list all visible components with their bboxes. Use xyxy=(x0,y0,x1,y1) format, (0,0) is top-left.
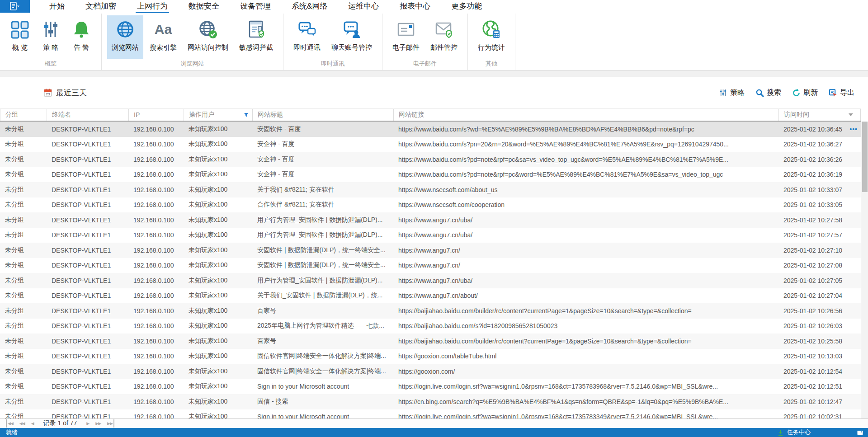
app-menu-button[interactable] xyxy=(0,0,30,13)
cell-user: 未知玩家x100 xyxy=(184,337,252,345)
cell-title: 合作伙伴 &#8211; 安在软件 xyxy=(252,201,393,209)
table-row[interactable]: 未分组 DESKTOP-VLKTLE1 192.168.0.100 未知玩家x1… xyxy=(0,152,861,167)
scrollbar-thumb[interactable] xyxy=(862,122,868,192)
table-row[interactable]: 未分组 DESKTOP-VLKTLE1 192.168.0.100 未知玩家x1… xyxy=(0,334,861,349)
menu-tab[interactable]: 数据安全 xyxy=(178,0,230,14)
menu-tab[interactable]: 设备管理 xyxy=(230,0,281,14)
pager-prev-button[interactable]: ◀ xyxy=(28,419,37,428)
table-row[interactable]: 未分组 DESKTOP-VLKTLE1 192.168.0.100 未知玩家x1… xyxy=(0,319,861,334)
ribbon-tool[interactable]: 策 略 xyxy=(36,15,65,59)
table-row[interactable]: 未分组 DESKTOP-VLKTLE1 192.168.0.100 未知玩家x1… xyxy=(0,182,861,197)
menu-tab[interactable]: 上网行为 xyxy=(127,0,178,14)
cell-terminal: DESKTOP-VLKTLE1 xyxy=(47,322,128,329)
ribbon-group-label: 电子邮件 xyxy=(382,59,467,70)
table-row[interactable]: 未分组 DESKTOP-VLKTLE1 192.168.0.100 未知玩家x1… xyxy=(0,258,861,273)
table-row[interactable]: 未分组 DESKTOP-VLKTLE1 192.168.0.100 未知玩家x1… xyxy=(0,288,861,304)
ribbon-tool[interactable]: 行为统计 xyxy=(473,15,509,59)
cell-ip: 192.168.0.100 xyxy=(128,413,184,418)
ribbon-tool[interactable]: 邮件管控 xyxy=(426,15,462,59)
ribbon-tool[interactable]: 即时通讯 xyxy=(289,15,325,59)
tool-label: 浏览网站 xyxy=(112,43,139,52)
table-row[interactable]: 未分组 DESKTOP-VLKTLE1 192.168.0.100 未知玩家x1… xyxy=(0,273,861,288)
table-row[interactable]: 未分组 DESKTOP-VLKTLE1 192.168.0.100 未知玩家x1… xyxy=(0,364,861,379)
time-value: 2025-01-02 10:33:07 xyxy=(783,186,842,193)
time-value: 2025-01-02 10:27:10 xyxy=(783,247,842,254)
menu-tab[interactable]: 报表中心 xyxy=(389,0,441,14)
ribbon-tool[interactable]: 搜索引擎 xyxy=(145,15,181,59)
ribbon-tool[interactable]: 敏感词拦截 xyxy=(235,15,278,59)
cell-title: 固信软件官网|终端安全一体化解决方案|终端... xyxy=(252,367,393,376)
table-row[interactable]: 未分组 DESKTOP-VLKTLE1 192.168.0.100 未知玩家x1… xyxy=(0,212,861,228)
table-row[interactable]: 未分组 DESKTOP-VLKTLE1 192.168.0.100 未知玩家x1… xyxy=(0,243,861,258)
date-range-filter[interactable]: 最近三天 xyxy=(43,88,87,98)
cell-terminal: DESKTOP-VLKTLE1 xyxy=(47,368,128,375)
cell-user: 未知玩家x100 xyxy=(184,170,252,179)
table-row[interactable]: 未分组 DESKTOP-VLKTLE1 192.168.0.100 未知玩家x1… xyxy=(0,122,861,137)
ribbon-tool[interactable]: 聊天账号管控 xyxy=(327,15,377,59)
menu-tab[interactable]: 开始 xyxy=(39,0,75,14)
cell-time: 2025-01-02 10:25:58 xyxy=(778,338,861,345)
task-window-icon[interactable] xyxy=(857,429,863,436)
cell-group: 未分组 xyxy=(0,352,47,360)
cell-user: 未知玩家x100 xyxy=(184,413,252,418)
column-header[interactable]: 分组 xyxy=(0,109,47,121)
column-header-label: 操作用户 xyxy=(189,111,214,119)
cell-ip: 192.168.0.100 xyxy=(128,262,184,269)
ribbon-tool[interactable]: 网站访问控制 xyxy=(183,15,233,59)
time-value: 2025-01-02 10:12:54 xyxy=(783,368,842,375)
table-row[interactable]: 未分组 DESKTOP-VLKTLE1 192.168.0.100 未知玩家x1… xyxy=(0,137,861,152)
tool-icon xyxy=(434,19,454,39)
column-header[interactable]: 操作用户 xyxy=(184,109,252,121)
cell-group: 未分组 xyxy=(0,322,47,330)
ribbon-tool[interactable]: 电子邮件 xyxy=(388,15,424,59)
table-row[interactable]: 未分组 DESKTOP-VLKTLE1 192.168.0.100 未知玩家x1… xyxy=(0,167,861,183)
table-row[interactable]: 未分组 DESKTOP-VLKTLE1 192.168.0.100 未知玩家x1… xyxy=(0,197,861,213)
table-row[interactable]: 未分组 DESKTOP-VLKTLE1 192.168.0.100 未知玩家x1… xyxy=(0,228,861,243)
cell-terminal: DESKTOP-VLKTLE1 xyxy=(47,231,128,239)
cell-ip: 192.168.0.100 xyxy=(128,338,184,345)
pager-last-button[interactable]: ▶▶ xyxy=(104,419,114,428)
cell-terminal: DESKTOP-VLKTLE1 xyxy=(47,171,128,178)
pager-first-button[interactable]: ◀◀ xyxy=(6,419,16,428)
toolbar-action-button[interactable]: 搜索 xyxy=(755,88,781,98)
table-row[interactable]: 未分组 DESKTOP-VLKTLE1 192.168.0.100 未知玩家x1… xyxy=(0,409,861,419)
table-row[interactable]: 未分组 DESKTOP-VLKTLE1 192.168.0.100 未知玩家x1… xyxy=(0,303,861,319)
cell-user: 未知玩家x100 xyxy=(184,231,252,239)
menu-tab[interactable]: 更多功能 xyxy=(441,0,492,14)
cell-time: 2025-01-02 10:36:26 xyxy=(778,156,861,163)
vertical-scrollbar[interactable] xyxy=(861,122,868,418)
menu-tab[interactable]: 运维中心 xyxy=(338,0,389,14)
task-center-button[interactable]: 任务中心 xyxy=(787,428,811,437)
ribbon-tool[interactable]: 概 览 xyxy=(5,15,34,59)
tool-icon xyxy=(71,19,91,39)
pager-next-button[interactable]: ▶ xyxy=(83,419,92,428)
ribbon-separator-band xyxy=(0,70,868,77)
pager-prev-page-button[interactable]: ◀◀ xyxy=(16,419,28,428)
toolbar-action-button[interactable]: 导出 xyxy=(829,88,854,98)
column-header[interactable]: 终端名 xyxy=(47,109,128,121)
column-header[interactable]: 网站标题 xyxy=(252,109,393,121)
toolbar-action-button[interactable]: 策略 xyxy=(719,88,745,98)
menu-tab[interactable]: 文档加密 xyxy=(75,0,127,14)
time-value: 2025-01-02 10:36:27 xyxy=(783,141,842,148)
menu-tab[interactable]: 系统&网络 xyxy=(281,0,338,14)
ribbon-tool[interactable]: 告 警 xyxy=(67,15,96,59)
toolbar-action-button[interactable]: 刷新 xyxy=(792,88,818,98)
table-row[interactable]: 未分组 DESKTOP-VLKTLE1 192.168.0.100 未知玩家x1… xyxy=(0,379,861,395)
ribbon-tool[interactable]: 浏览网站 xyxy=(107,15,143,59)
column-header[interactable]: 访问时间 xyxy=(778,109,861,121)
column-header[interactable]: 网站链接 xyxy=(393,109,778,121)
cell-terminal: DESKTOP-VLKTLE1 xyxy=(47,307,128,315)
cell-user: 未知玩家x100 xyxy=(184,246,252,254)
filter-funnel-icon[interactable] xyxy=(244,113,249,117)
table-row[interactable]: 未分组 DESKTOP-VLKTLE1 192.168.0.100 未知玩家x1… xyxy=(0,394,861,409)
sort-caret-icon[interactable] xyxy=(849,113,853,118)
column-header[interactable]: IP xyxy=(128,109,184,121)
cell-user: 未知玩家x100 xyxy=(184,382,252,390)
pager-next-page-button[interactable]: ▶▶ xyxy=(92,419,104,428)
row-more-icon[interactable] xyxy=(849,126,858,133)
cell-ip: 192.168.0.100 xyxy=(128,186,184,193)
cell-time: 2025-01-02 10:12:51 xyxy=(778,383,861,390)
table-row[interactable]: 未分组 DESKTOP-VLKTLE1 192.168.0.100 未知玩家x1… xyxy=(0,349,861,364)
cell-terminal: DESKTOP-VLKTLE1 xyxy=(47,292,128,299)
